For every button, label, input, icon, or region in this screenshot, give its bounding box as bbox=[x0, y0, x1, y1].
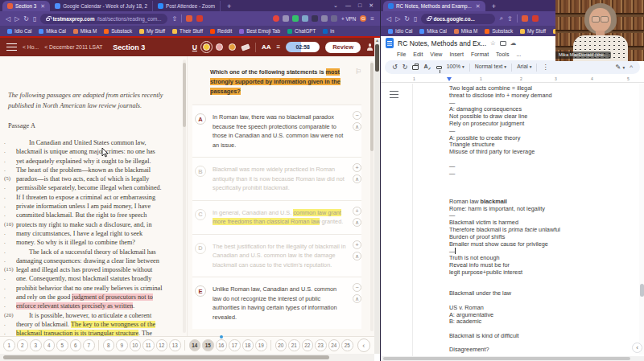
question-number-12[interactable]: 12 bbox=[156, 339, 168, 351]
question-number-4[interactable]: 4 bbox=[43, 339, 56, 351]
restore-answer-icon[interactable]: + bbox=[353, 240, 361, 249]
question-number-17[interactable]: 17 bbox=[229, 339, 241, 351]
account-icon[interactable] bbox=[366, 43, 374, 51]
indent-marker[interactable] bbox=[447, 77, 452, 81]
reload-icon[interactable]: ↻ bbox=[404, 15, 410, 23]
answer-option-B[interactable]: BBlackmail was more widely practiced in … bbox=[192, 157, 361, 200]
question-number-10[interactable]: 10 bbox=[130, 339, 142, 351]
question-number-5[interactable]: 5 bbox=[56, 339, 68, 351]
left-vertical-scrollbar[interactable]: ▲ bbox=[374, 38, 380, 354]
tab-3[interactable]: Post Attendee - Zoom bbox=[153, 1, 221, 11]
review-button[interactable]: Review bbox=[325, 42, 361, 53]
question-scrollbar[interactable] bbox=[370, 61, 374, 331]
question-number-23[interactable]: 23 bbox=[315, 339, 327, 351]
bookmark-chatgpt[interactable]: ChatGPT bbox=[287, 28, 316, 34]
bookmark-reddit[interactable]: Reddit bbox=[210, 28, 232, 34]
question-number-2[interactable]: 2 bbox=[17, 339, 29, 351]
zoom-select[interactable]: 100% ▾ bbox=[447, 64, 464, 70]
tab-close-icon[interactable]: ✕ bbox=[40, 3, 45, 10]
question-number-20[interactable]: 20 bbox=[275, 339, 287, 351]
undo-icon[interactable]: ↺ bbox=[392, 64, 398, 71]
share-icon[interactable]: ⇧ bbox=[171, 15, 177, 23]
docs-horizontal-scrollbar[interactable] bbox=[381, 356, 644, 361]
answer-option-E[interactable]: EUnlike Roman law, Canadian and U.S. com… bbox=[192, 277, 361, 329]
restore-answer-icon[interactable]: + bbox=[353, 163, 361, 172]
red-extension-icon[interactable] bbox=[532, 15, 539, 22]
collapse-answer-icon[interactable]: ∧ bbox=[353, 122, 361, 131]
timer[interactable]: 02:58 bbox=[286, 42, 320, 52]
answer-option-D[interactable]: DThe best justification for the illegali… bbox=[192, 234, 361, 277]
breadcrumb-home[interactable]: < Ho... bbox=[23, 44, 39, 50]
question-number-14[interactable]: 14 bbox=[189, 339, 201, 351]
editing-mode-icon[interactable]: ✎ ▾ bbox=[616, 64, 625, 71]
left-horizontal-scrollbar[interactable] bbox=[0, 354, 374, 361]
search-icon[interactable]: ⌕ bbox=[499, 14, 502, 23]
reload-icon[interactable]: ↻ bbox=[23, 15, 29, 23]
bookmark-mika-m[interactable]: Mika M bbox=[73, 28, 97, 34]
answer-option-A[interactable]: AIn Roman law, there was no blackmail pa… bbox=[192, 105, 361, 157]
font-size-tool[interactable]: AA bbox=[262, 43, 271, 51]
move-folder-icon[interactable] bbox=[500, 41, 506, 46]
forward-icon[interactable]: ▷ bbox=[14, 15, 19, 23]
question-number-7[interactable]: 7 bbox=[83, 339, 95, 351]
teal-extension-icon[interactable] bbox=[302, 15, 308, 22]
menu-file[interactable]: File bbox=[397, 51, 406, 57]
forward-icon[interactable]: ▷ bbox=[395, 15, 400, 23]
cloud-status-icon[interactable]: ☁ bbox=[510, 39, 517, 47]
camera-extension-icon[interactable] bbox=[283, 15, 289, 22]
red-extension-icon[interactable] bbox=[196, 15, 203, 22]
question-number-3[interactable]: 3 bbox=[30, 339, 42, 351]
new-tab-button[interactable]: + bbox=[492, 2, 496, 11]
bookmark-my-stuff[interactable]: My Stuff bbox=[520, 28, 546, 34]
bookmark-their-stuff[interactable]: Their Stuff bbox=[172, 28, 203, 34]
tab-rc-notes[interactable]: RC Notes, Methods and Examp... ✕ bbox=[383, 1, 485, 11]
new-tab-button[interactable]: + bbox=[227, 2, 231, 11]
vpn-label[interactable]: + VPN bbox=[341, 16, 356, 22]
bookmark-best-emoji-tab[interactable]: Best Emoji Tab bbox=[239, 28, 280, 34]
document-title[interactable]: RC Notes, Methods and Ex... bbox=[398, 39, 486, 47]
browser-menu-icon[interactable]: ≡ bbox=[370, 15, 374, 23]
question-number-15[interactable]: 15 bbox=[202, 339, 214, 351]
document-outline-icon[interactable] bbox=[390, 91, 398, 98]
highlighter-pink[interactable] bbox=[216, 43, 223, 51]
restore-answer-icon[interactable]: + bbox=[353, 207, 361, 215]
window-maximize-icon[interactable]: □ bbox=[358, 2, 361, 9]
docs-vertical-scrollbar[interactable] bbox=[639, 84, 644, 355]
bookmark-mika-m[interactable]: Mika M bbox=[454, 28, 477, 34]
google-docs-icon[interactable] bbox=[386, 38, 394, 48]
menu-tools[interactable]: Tools bbox=[496, 51, 509, 57]
collapse-answer-icon[interactable]: ∧ bbox=[353, 252, 361, 260]
window-restore-icon[interactable]: ⌄ bbox=[333, 2, 338, 9]
webcam-video[interactable]: Mika MacDonald (she... bbox=[555, 0, 644, 61]
shield-extension-icon[interactable] bbox=[186, 15, 192, 22]
highlighter-yellow[interactable] bbox=[203, 43, 210, 51]
docs-ruler[interactable]: 112345 bbox=[381, 76, 644, 83]
question-number-25[interactable]: 25 bbox=[341, 339, 353, 351]
gray-extension-icon[interactable] bbox=[321, 15, 328, 22]
paragraph-style-select[interactable]: Normal text ▾ bbox=[475, 64, 506, 70]
bookmark-this-icon[interactable]: ▯ bbox=[33, 15, 36, 23]
bookmark-this-icon[interactable]: ▯ bbox=[414, 15, 417, 23]
question-number-11[interactable]: 11 bbox=[142, 339, 155, 351]
window-minimize-icon[interactable]: — bbox=[345, 2, 351, 9]
question-number-1[interactable]: 1 bbox=[3, 339, 15, 351]
spellcheck-icon[interactable]: A bbox=[423, 64, 431, 71]
document-canvas[interactable]: Two legal acts combine = illegalthreat t… bbox=[381, 84, 639, 356]
back-icon[interactable]: ◁ bbox=[6, 15, 10, 23]
rainbow-extension-icon[interactable] bbox=[273, 15, 279, 22]
address-bar[interactable]: docs.google.co... bbox=[421, 14, 495, 24]
eraser-tool[interactable] bbox=[241, 43, 250, 51]
print-icon[interactable] bbox=[412, 65, 419, 70]
menu-edit[interactable]: Edit bbox=[413, 51, 423, 57]
cam-extension-icon[interactable] bbox=[331, 15, 337, 22]
bookmark-my-stuff[interactable]: My Stuff bbox=[139, 28, 165, 34]
bookmark-in[interactable]: in bbox=[323, 28, 334, 34]
redo-icon[interactable]: ↻ bbox=[402, 64, 408, 71]
question-number-18[interactable]: 18 bbox=[242, 339, 254, 351]
paint-format-icon[interactable] bbox=[436, 66, 442, 69]
menu-more[interactable]: ... bbox=[516, 51, 521, 57]
previous-question-button[interactable]: ‹ bbox=[357, 338, 371, 352]
shield-extension-icon[interactable] bbox=[522, 15, 528, 22]
menu-icon[interactable] bbox=[6, 43, 17, 51]
dark-extension-icon[interactable] bbox=[312, 15, 318, 22]
